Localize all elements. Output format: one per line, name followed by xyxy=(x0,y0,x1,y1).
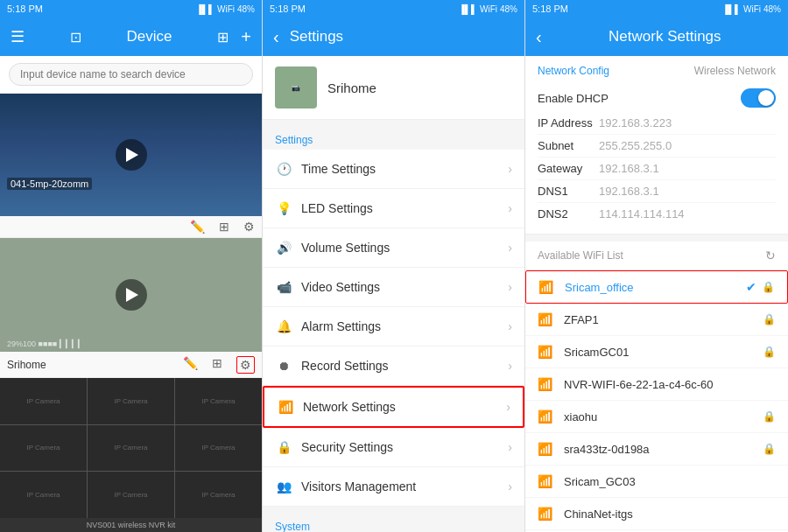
network-settings-title: Network Settings xyxy=(552,28,777,46)
settings-section-main: Settings 🕐 Time Settings › 💡 LED Setting… xyxy=(263,129,524,507)
cam-cell-7: IP Camera xyxy=(0,472,87,518)
dns1-row: DNS1 192.168.3.1 xyxy=(538,180,776,203)
settings-item-text-security: Security Settings xyxy=(301,440,508,454)
cam-footer: NVS001 wireless NVR kit xyxy=(0,518,262,532)
subnet-row: Subnet 255.255.255.0 xyxy=(538,135,776,158)
device-thumb-2: 29%100 ■■■■ ▎▎▎▎ xyxy=(0,238,262,352)
wifi-name-2: SricamGC01 xyxy=(564,346,763,359)
settings-item-text-network: Network Settings xyxy=(303,400,506,414)
settings-item-alarm[interactable]: 🔔 Alarm Settings › xyxy=(263,307,524,346)
dns2-label: DNS2 xyxy=(538,207,599,220)
expand-icon[interactable]: ⊡ xyxy=(70,29,81,46)
wifi-item-zfap1[interactable]: 📶 ZFAP1 🔒 xyxy=(525,304,788,336)
settings-item-text-alarm: Alarm Settings xyxy=(301,319,508,333)
wifi-lock-icon-5: 🔒 xyxy=(763,443,776,455)
wifi-lock-icon-4: 🔒 xyxy=(763,410,776,423)
settings-item-record[interactable]: ⏺ Record Settings › xyxy=(263,346,524,386)
edit-icon-2[interactable]: ✏️ xyxy=(183,356,198,374)
cam-cell-6: IP Camera xyxy=(175,425,262,472)
wifi-signal-icon-3: 📶 xyxy=(538,377,555,391)
settings-item-volume[interactable]: 🔊 Volume Settings › xyxy=(263,228,524,268)
hamburger-icon[interactable]: ☰ xyxy=(11,27,25,46)
device-label-1: 041-5mp-20zomm xyxy=(7,178,92,190)
settings-item-security[interactable]: 🔒 Security Settings › xyxy=(263,428,524,467)
available-wifi-label: Available WiFi List xyxy=(538,249,623,262)
camera-grid: IP Camera IP Camera IP Camera IP Camera … xyxy=(0,378,262,518)
cam-cell-2: IP Camera xyxy=(88,378,174,424)
wifi-item-xiaohu[interactable]: 📶 xiaohu 🔒 xyxy=(525,401,788,433)
wifi-name-5: sra433tz-0d198a xyxy=(564,443,763,456)
alarm-icon: 🔔 xyxy=(275,318,292,335)
wifi-signal-icon-1: 📶 xyxy=(538,312,555,326)
record-icon: ⏺ xyxy=(275,357,292,374)
wifi-signal-icon-2: 📶 xyxy=(538,345,555,359)
edit-icon-1[interactable]: ✏️ xyxy=(190,220,205,234)
back-button-network[interactable]: ‹ xyxy=(536,27,542,47)
volume-icon: 🔊 xyxy=(275,239,292,256)
play-button-1[interactable] xyxy=(116,139,147,171)
wifi-item-sricamgc01[interactable]: 📶 SricamGC01 🔒 xyxy=(525,336,788,368)
panel-settings: 5:18 PM ▐▌▌ WiFi 48% ‹ Settings 📷 Srihom… xyxy=(263,0,525,532)
settings-item-video[interactable]: 📹 Video Settings › xyxy=(263,268,524,307)
wifi-item-sricamgc03[interactable]: 📶 Sricam_GC03 xyxy=(525,466,788,498)
device-title: Device xyxy=(127,28,172,46)
settings-item-text-visitors: Visitors Management xyxy=(301,480,508,494)
cam-cell-4: IP Camera xyxy=(0,425,87,472)
settings-section-system: System 🔄 Device Reboot › ⬇ Device Update… xyxy=(263,515,524,532)
dhcp-row: Enable DHCP xyxy=(538,84,776,112)
cam-cell-5: IP Camera xyxy=(88,425,174,472)
signal-icon-2: ▐▌▌ xyxy=(459,4,477,14)
settings-icon-1[interactable]: ⚙ xyxy=(243,220,255,234)
wifi-item-sricam-office[interactable]: 📶 Sricam_office ✔ 🔒 xyxy=(525,270,788,304)
panel-network: 5:18 PM ▐▌▌ WiFi 48% ‹ Network Settings … xyxy=(525,0,788,532)
battery-icon-3: 48% xyxy=(763,4,781,14)
grid-icon[interactable]: ⊞ xyxy=(217,29,229,46)
device-thumb-1: 041-5mp-20zomm xyxy=(0,94,262,216)
system-section-label: System xyxy=(263,515,524,532)
battery-icon-1: 48% xyxy=(237,4,255,14)
device-actions-1: ✏️ ⊞ ⚙ xyxy=(0,216,262,237)
wifi-item-sra433[interactable]: 📶 sra433tz-0d198a 🔒 xyxy=(525,433,788,466)
wifi-item-nvr[interactable]: 📶 NVR-WIFI-6e-22-1a-c4-6c-60 xyxy=(525,368,788,401)
device-avatar: 📷 xyxy=(275,66,317,108)
wifi-status-icon-2: WiFi xyxy=(480,4,497,14)
wifi-signal-icon-6: 📶 xyxy=(538,474,555,488)
search-input[interactable] xyxy=(9,63,253,86)
device-info: 📷 Srihome xyxy=(263,56,524,120)
network-icon: 📶 xyxy=(277,398,294,416)
settings-item-text-record: Record Settings xyxy=(301,359,508,373)
settings-item-text-video: Video Settings xyxy=(301,280,508,294)
arrow-visitors: › xyxy=(508,480,512,494)
settings-section-label: Settings xyxy=(263,129,524,150)
wifi-name-7: ChinaNet-itgs xyxy=(564,508,776,521)
back-button-settings[interactable]: ‹ xyxy=(273,27,279,47)
add-icon[interactable]: + xyxy=(241,27,251,47)
wifi-section: Available WiFi List ↻ 📶 Sricam_office ✔ … xyxy=(525,242,788,532)
status-icons-1: ▐▌▌ WiFi 48% xyxy=(196,4,255,14)
security-icon: 🔒 xyxy=(275,438,292,456)
network-config-section: Network Config Wireless Network Enable D… xyxy=(525,56,788,234)
settings-item-visitors[interactable]: 👥 Visitors Management › xyxy=(263,467,524,507)
dhcp-toggle[interactable] xyxy=(741,88,776,108)
wifi-name-3: NVR-WIFI-6e-22-1a-c4-6c-60 xyxy=(564,378,776,391)
grid-view-icon-2[interactable]: ⊞ xyxy=(212,356,222,374)
gateway-value: 192.168.3.1 xyxy=(599,162,659,175)
grid-view-icon-1[interactable]: ⊞ xyxy=(219,220,229,234)
dns2-value: 114.114.114.114 xyxy=(599,207,685,220)
status-bar-1: 5:18 PM ▐▌▌ WiFi 48% xyxy=(0,0,262,18)
settings-item-network[interactable]: 📶 Network Settings › xyxy=(263,386,524,428)
refresh-icon[interactable]: ↻ xyxy=(765,248,776,262)
settings-icon-2[interactable]: ⚙ xyxy=(236,356,255,374)
panel-device: 5:18 PM ▐▌▌ WiFi 48% ☰ ⊡ Device ⊞ + 041-… xyxy=(0,0,263,532)
cam-cell-9: IP Camera xyxy=(175,472,262,518)
top-bar-icons: ⊞ + xyxy=(217,27,251,47)
play-triangle-1 xyxy=(126,148,138,162)
gateway-row: Gateway 192.168.3.1 xyxy=(538,158,776,180)
settings-item-led[interactable]: 💡 LED Settings › xyxy=(263,189,524,228)
play-button-2[interactable] xyxy=(116,279,147,311)
clock-icon: 🕐 xyxy=(275,160,292,178)
wifi-lock-icon-1: 🔒 xyxy=(763,313,776,326)
settings-item-time[interactable]: 🕐 Time Settings › xyxy=(263,150,524,189)
wifi-item-chinanet[interactable]: 📶 ChinaNet-itgs xyxy=(525,498,788,530)
settings-list: Settings 🕐 Time Settings › 💡 LED Setting… xyxy=(263,120,524,532)
